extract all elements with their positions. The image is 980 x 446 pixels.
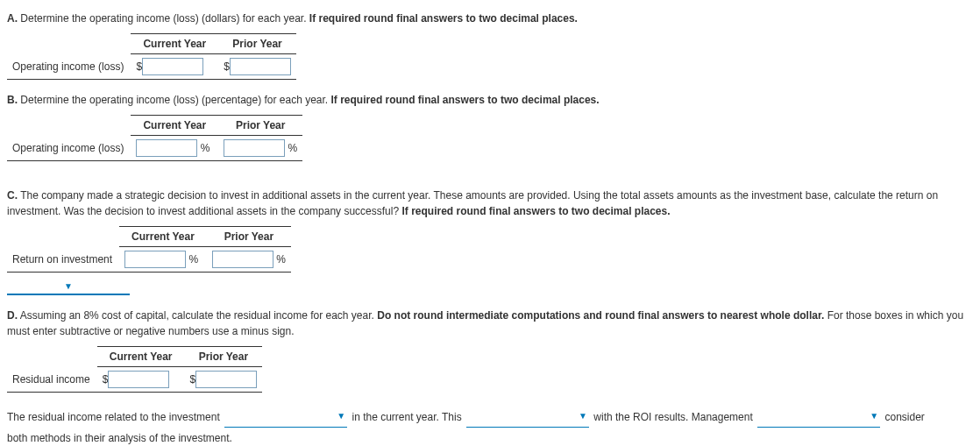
closing-part1: The residual income related to the inves… <box>7 411 220 423</box>
section-c-prompt: C. The company made a strategic decision… <box>7 188 973 219</box>
col-current-year: Current Year <box>119 227 207 247</box>
caret-down-icon: ▼ <box>64 281 73 291</box>
op-income-current-percent-input[interactable] <box>136 139 197 157</box>
section-b-bold: If required round final answers to two d… <box>331 94 600 106</box>
caret-down-icon: ▼ <box>579 407 587 425</box>
caret-down-icon: ▼ <box>337 407 345 425</box>
section-b-prompt: B. Determine the operating income (loss)… <box>7 92 973 108</box>
col-prior-year: Prior Year <box>218 116 302 136</box>
row-label-op-income-b: Operating income (loss) <box>7 136 131 161</box>
closing-part2: in the current year. This <box>352 411 461 423</box>
currency-symbol: $ <box>224 60 230 73</box>
percent-symbol: % <box>188 253 198 265</box>
op-income-current-dollars-input[interactable] <box>142 58 203 75</box>
col-prior-year: Prior Year <box>185 347 263 367</box>
col-prior-year: Prior Year <box>218 34 296 54</box>
section-a-text: Determine the operating income (loss) (d… <box>20 12 306 25</box>
section-a-prompt: A. Determine the operating income (loss)… <box>7 11 973 26</box>
closing-part3: with the ROI results. Management <box>593 411 752 423</box>
section-c-table: Current Year Prior Year Return on invest… <box>7 226 291 273</box>
percent-symbol: % <box>201 142 210 154</box>
section-d-table: Current Year Prior Year Residual income … <box>7 346 262 393</box>
section-c-label: C. <box>7 189 18 202</box>
col-current-year: Current Year <box>131 116 218 136</box>
row-label-residual: Residual income <box>7 367 97 393</box>
section-c-dropdown[interactable]: ▼ <box>7 280 130 295</box>
op-income-prior-dollars-input[interactable] <box>230 58 291 75</box>
section-d-prompt: D. Assuming an 8% cost of capital, calcu… <box>7 308 973 339</box>
section-a-label: A. <box>7 12 18 25</box>
row-label-op-income-a: Operating income (loss) <box>7 54 131 80</box>
closing-dropdown-2[interactable]: ▼ <box>466 405 589 428</box>
residual-prior-input[interactable] <box>195 371 257 388</box>
section-c-bold: If required round final answers to two d… <box>401 205 670 217</box>
currency-symbol: $ <box>190 373 196 386</box>
section-a-table: Current Year Prior Year Operating income… <box>7 33 296 80</box>
caret-down-icon: ▼ <box>870 407 878 425</box>
roi-current-input[interactable] <box>124 251 186 268</box>
section-d-text: Assuming an 8% cost of capital, calculat… <box>20 309 374 322</box>
section-d-label: D. <box>7 309 18 322</box>
percent-symbol: % <box>288 142 298 154</box>
col-current-year: Current Year <box>131 34 218 54</box>
closing-dropdown-1[interactable]: ▼ <box>224 405 347 428</box>
closing-part4: consider <box>884 411 924 423</box>
section-b-text: Determine the operating income (loss) (p… <box>20 94 328 106</box>
residual-current-input[interactable] <box>108 371 169 388</box>
percent-symbol: % <box>276 253 286 265</box>
section-a-bold: If required round final answers to two d… <box>309 12 578 25</box>
section-b-table: Current Year Prior Year Operating income… <box>7 115 302 161</box>
currency-symbol: $ <box>136 60 142 73</box>
closing-part5: both methods in their analysis of the in… <box>7 432 232 444</box>
section-b-label: B. <box>7 94 18 106</box>
section-d-bold: Do not round intermediate computations a… <box>377 309 824 322</box>
closing-dropdown-3[interactable]: ▼ <box>757 405 880 428</box>
section-d-closing: The residual income related to the inves… <box>7 405 973 446</box>
row-label-roi: Return on investment <box>7 247 119 273</box>
col-prior-year: Prior Year <box>207 227 291 247</box>
currency-symbol: $ <box>103 373 109 386</box>
roi-prior-input[interactable] <box>212 251 273 268</box>
col-current-year: Current Year <box>97 347 185 367</box>
op-income-prior-percent-input[interactable] <box>224 139 285 157</box>
